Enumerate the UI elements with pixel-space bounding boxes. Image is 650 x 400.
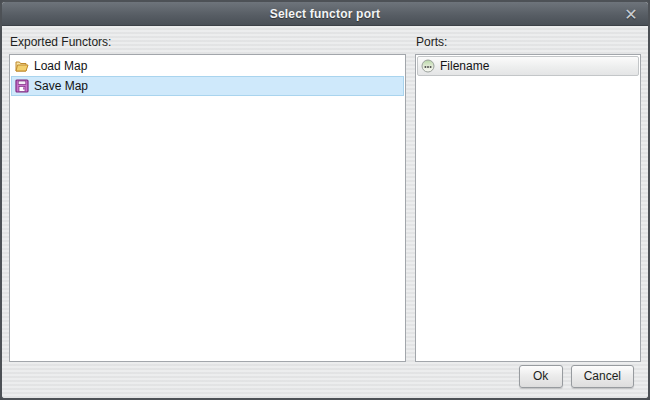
dialog-title: Select functor port bbox=[2, 7, 648, 21]
floppy-disk-icon bbox=[15, 79, 29, 93]
ports-list[interactable]: Filename bbox=[415, 54, 641, 362]
ports-panel: Ports: bbox=[415, 32, 641, 362]
exported-functors-label: Exported Functors: bbox=[9, 32, 406, 54]
list-item-load-map[interactable]: Load Map bbox=[11, 56, 404, 76]
list-item-label: Load Map bbox=[34, 59, 87, 73]
close-icon[interactable]: ✕ bbox=[620, 3, 642, 25]
port-value-icon bbox=[421, 59, 435, 73]
dialog-footer: Ok Cancel bbox=[9, 362, 641, 398]
list-item-save-map[interactable]: Save Map bbox=[11, 76, 404, 96]
cancel-button[interactable]: Cancel bbox=[571, 365, 634, 388]
dialog-body: Exported Functors: Load Map bbox=[2, 26, 648, 398]
list-item-label: Filename bbox=[440, 59, 489, 73]
exported-functors-panel: Exported Functors: Load Map bbox=[9, 32, 406, 362]
ok-button[interactable]: Ok bbox=[519, 365, 563, 388]
select-functor-port-dialog: Select functor port ✕ Exported Functors:… bbox=[0, 0, 650, 400]
exported-functors-list[interactable]: Load Map Save Map bbox=[9, 54, 406, 362]
ports-label: Ports: bbox=[415, 32, 641, 54]
panels-container: Exported Functors: Load Map bbox=[9, 32, 641, 362]
folder-open-icon bbox=[15, 59, 29, 73]
dialog-titlebar[interactable]: Select functor port ✕ bbox=[2, 2, 648, 26]
list-item-label: Save Map bbox=[34, 79, 88, 93]
list-item-filename[interactable]: Filename bbox=[417, 56, 639, 76]
